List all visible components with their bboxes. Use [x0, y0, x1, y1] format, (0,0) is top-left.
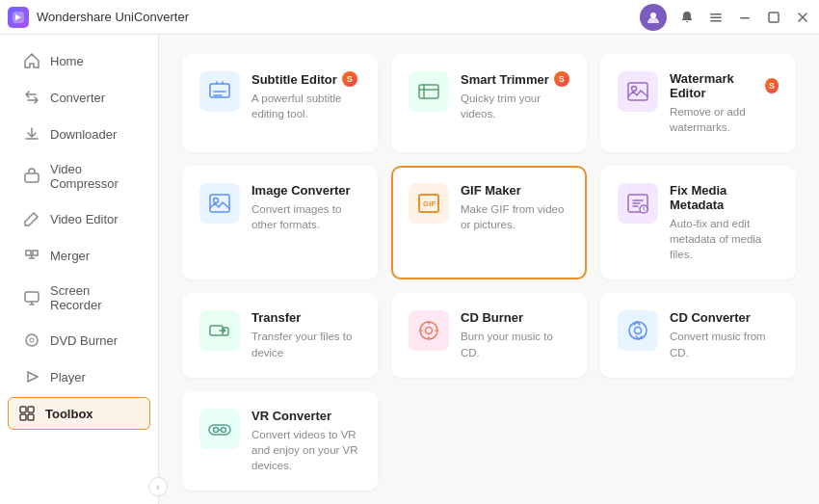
tool-card-vr-converter[interactable]: VR Converter Convert videos to VR and en…	[182, 391, 378, 491]
tool-text-smart-trimmer: Smart Trimmer S Quicky trim your videos.	[461, 71, 569, 121]
tool-card-watermark-editor[interactable]: Watermark Editor S Remove or add waterma…	[600, 54, 796, 152]
titlebar: Wondershare UniConverter	[0, 0, 819, 35]
tool-icon-smart-trimmer	[409, 71, 449, 112]
svg-rect-7	[25, 173, 39, 182]
home-icon	[23, 52, 40, 69]
sidebar-item-converter[interactable]: Converter	[8, 80, 150, 115]
tool-icon-cd-burner	[409, 310, 449, 351]
svg-point-32	[635, 328, 642, 334]
svg-rect-5	[740, 17, 750, 19]
tool-title-fix-media-metadata: Fix Media Metadata	[670, 183, 779, 212]
tool-title-smart-trimmer: Smart Trimmer S	[461, 71, 569, 87]
tool-icon-subtitle-editor	[199, 71, 240, 112]
svg-rect-19	[419, 85, 438, 98]
tool-desc-cd-burner: Burn your music to CD.	[461, 329, 569, 359]
tool-card-cd-burner[interactable]: CD Burner Burn your music to CD.	[391, 293, 587, 377]
tool-card-smart-trimmer[interactable]: Smart Trimmer S Quicky trim your videos.	[391, 54, 587, 152]
account-icon[interactable]	[640, 4, 667, 31]
titlebar-controls	[640, 4, 811, 31]
close-button[interactable]	[794, 9, 811, 26]
tool-text-fix-media-metadata: Fix Media Metadata Auto-fix and edit met…	[670, 183, 779, 262]
svg-point-21	[632, 87, 637, 92]
sidebar-item-home[interactable]: Home	[8, 43, 150, 78]
tool-desc-transfer: Transfer your files to device	[251, 329, 360, 359]
svg-point-9	[26, 334, 38, 346]
sidebar-item-video-editor[interactable]: Video Editor	[8, 201, 150, 236]
s-badge: S	[765, 78, 779, 93]
app-logo	[8, 7, 29, 28]
sidebar-item-player[interactable]: Player	[8, 359, 150, 394]
svg-rect-6	[769, 13, 779, 22]
tool-text-transfer: Transfer Transfer your files to device	[251, 310, 360, 359]
hamburger-icon[interactable]	[707, 9, 725, 26]
tool-icon-gif-maker: GIF	[409, 183, 449, 224]
bell-icon[interactable]	[678, 9, 696, 26]
titlebar-left: Wondershare UniConverter	[8, 7, 189, 28]
sidebar-item-merger[interactable]: Merger	[8, 238, 150, 273]
svg-rect-8	[25, 292, 39, 302]
tool-text-cd-converter: CD Converter Convert music from CD.	[670, 310, 779, 359]
sidebar-label-downloader: Downloader	[50, 127, 117, 142]
sidebar-item-dvd-burner[interactable]: DVD Burner	[8, 323, 150, 358]
tool-desc-gif-maker: Make GIF from video or pictures.	[461, 201, 569, 232]
tool-desc-subtitle-editor: A powerful subtitle editing tool.	[251, 91, 360, 121]
sidebar-item-screen-recorder[interactable]: Screen Recorder	[8, 275, 150, 321]
sidebar-item-video-compressor[interactable]: Video Compressor	[8, 153, 150, 199]
tool-card-subtitle-editor[interactable]: Subtitle Editor S A powerful subtitle ed…	[182, 54, 378, 152]
tool-grid: Subtitle Editor S A powerful subtitle ed…	[182, 54, 796, 491]
tool-title-watermark-editor: Watermark Editor S	[670, 71, 779, 100]
sidebar-label-toolbox: Toolbox	[45, 407, 93, 421]
content-area: Subtitle Editor S A powerful subtitle ed…	[159, 35, 819, 504]
tool-text-cd-burner: CD Burner Burn your music to CD.	[461, 310, 569, 359]
svg-point-31	[629, 322, 647, 339]
maximize-button[interactable]	[765, 9, 782, 26]
downloader-icon	[23, 125, 40, 143]
svg-rect-4	[710, 20, 722, 22]
sidebar-item-downloader[interactable]: Downloader	[8, 117, 150, 151]
tool-title-gif-maker: GIF Maker	[461, 183, 569, 198]
tool-title-subtitle-editor: Subtitle Editor S	[251, 71, 360, 87]
toolbox-icon	[18, 405, 36, 422]
edit-icon	[23, 210, 40, 227]
tool-title-cd-converter: CD Converter	[670, 310, 779, 325]
svg-text:GIF: GIF	[423, 199, 436, 208]
tool-card-gif-maker[interactable]: GIF GIF Maker Make GIF from video or pic…	[391, 166, 587, 279]
tool-icon-cd-converter	[618, 310, 658, 351]
svg-rect-22	[210, 195, 229, 212]
tool-desc-vr-converter: Convert videos to VR and enjoy on your V…	[251, 427, 360, 473]
tool-icon-watermark-editor	[618, 71, 658, 112]
app-title: Wondershare UniConverter	[37, 10, 189, 24]
sidebar-label-player: Player	[50, 370, 86, 385]
compress-icon	[23, 168, 40, 185]
svg-point-23	[214, 199, 219, 203]
sidebar-label-screen-recorder: Screen Recorder	[50, 283, 135, 312]
tool-text-image-converter: Image Converter Convert images to other …	[251, 183, 360, 232]
sidebar-label-video-editor: Video Editor	[50, 212, 119, 226]
tool-card-transfer[interactable]: Transfer Transfer your files to device	[182, 293, 378, 377]
main-layout: Home Converter Downloader Video Compress…	[0, 35, 819, 504]
sidebar-label-merger: Merger	[50, 249, 90, 263]
s-badge: S	[554, 71, 569, 87]
sidebar: Home Converter Downloader Video Compress…	[0, 35, 159, 504]
player-icon	[23, 368, 40, 385]
tool-title-vr-converter: VR Converter	[251, 409, 360, 423]
svg-point-34	[214, 427, 219, 432]
sidebar-item-toolbox[interactable]: Toolbox	[8, 397, 150, 430]
tool-title-cd-burner: CD Burner	[461, 310, 569, 325]
minimize-button[interactable]	[736, 9, 753, 26]
tool-desc-watermark-editor: Remove or add watermarks.	[670, 104, 779, 135]
svg-rect-14	[28, 414, 34, 420]
tool-card-fix-media-metadata[interactable]: Fix Media Metadata Auto-fix and edit met…	[600, 166, 796, 279]
sidebar-label-video-compressor: Video Compressor	[50, 162, 135, 191]
svg-rect-13	[20, 414, 26, 420]
svg-rect-12	[28, 407, 34, 412]
converter-icon	[23, 89, 40, 106]
tool-card-image-converter[interactable]: Image Converter Convert images to other …	[182, 166, 378, 279]
tool-desc-smart-trimmer: Quicky trim your videos.	[461, 91, 569, 121]
tool-desc-image-converter: Convert images to other formats.	[251, 201, 360, 232]
sidebar-collapse-button[interactable]: ‹	[148, 477, 168, 496]
screen-icon	[23, 289, 40, 306]
tool-card-cd-converter[interactable]: CD Converter Convert music from CD.	[600, 293, 796, 377]
tool-title-transfer: Transfer	[251, 310, 360, 325]
tool-text-gif-maker: GIF Maker Make GIF from video or picture…	[461, 183, 569, 232]
